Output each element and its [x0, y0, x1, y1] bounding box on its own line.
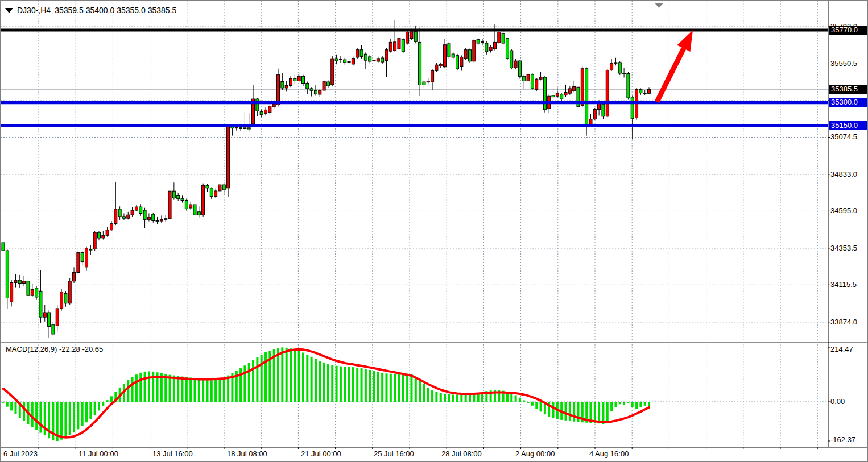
candle[interactable]	[281, 73, 284, 90]
candle[interactable]	[102, 231, 105, 239]
candle[interactable]	[56, 305, 59, 332]
candle[interactable]	[131, 207, 134, 217]
candle[interactable]	[356, 48, 359, 59]
candle[interactable]	[156, 217, 159, 224]
candle[interactable]	[14, 274, 17, 288]
candle[interactable]	[218, 183, 221, 193]
candle[interactable]	[360, 45, 363, 59]
candle[interactable]	[427, 78, 429, 84]
candle[interactable]	[493, 24, 496, 51]
candle[interactable]	[506, 38, 509, 60]
candle[interactable]	[243, 112, 246, 131]
candle[interactable]	[168, 189, 171, 220]
candle[interactable]	[114, 182, 117, 225]
candle[interactable]	[110, 221, 113, 231]
candle[interactable]	[560, 93, 563, 101]
candle[interactable]	[93, 231, 96, 251]
candle[interactable]	[6, 249, 9, 309]
candle[interactable]	[2, 241, 5, 252]
candle[interactable]	[152, 213, 155, 223]
candle[interactable]	[573, 81, 576, 93]
candle[interactable]	[172, 182, 175, 199]
candle[interactable]	[452, 52, 454, 59]
candle[interactable]	[68, 278, 71, 305]
candle[interactable]	[552, 79, 555, 116]
candle[interactable]	[222, 184, 225, 195]
candle[interactable]	[556, 87, 559, 98]
candle[interactable]	[135, 205, 138, 211]
candle[interactable]	[593, 108, 596, 120]
candle[interactable]	[331, 56, 334, 86]
candle[interactable]	[627, 72, 630, 99]
candle[interactable]	[268, 104, 271, 114]
candle[interactable]	[89, 245, 92, 255]
candle[interactable]	[602, 102, 605, 119]
candle[interactable]	[543, 76, 546, 113]
candle[interactable]	[414, 26, 417, 43]
candle[interactable]	[139, 204, 142, 216]
candle[interactable]	[502, 30, 505, 45]
candle[interactable]	[648, 87, 651, 94]
candle[interactable]	[469, 49, 472, 63]
candle[interactable]	[39, 270, 42, 323]
candle[interactable]	[193, 203, 196, 227]
candle[interactable]	[344, 58, 346, 65]
candle[interactable]	[118, 206, 121, 220]
candle[interactable]	[326, 80, 329, 88]
candle[interactable]	[31, 284, 34, 297]
candle[interactable]	[297, 73, 300, 82]
candle[interactable]	[197, 206, 200, 217]
candle[interactable]	[18, 275, 21, 288]
candle[interactable]	[385, 48, 388, 77]
candle[interactable]	[48, 310, 51, 338]
candle[interactable]	[77, 251, 80, 274]
candle[interactable]	[319, 89, 321, 97]
candle[interactable]	[614, 58, 617, 66]
candle[interactable]	[189, 202, 192, 210]
candle[interactable]	[247, 113, 250, 131]
candle[interactable]	[394, 20, 396, 52]
candle[interactable]	[439, 63, 442, 68]
candle[interactable]	[181, 195, 184, 202]
candle[interactable]	[398, 32, 400, 50]
candle[interactable]	[160, 215, 163, 223]
candle[interactable]	[531, 73, 534, 90]
candle[interactable]	[431, 69, 434, 90]
candle[interactable]	[206, 184, 209, 192]
candle[interactable]	[514, 59, 517, 69]
candle[interactable]	[185, 198, 188, 210]
candle[interactable]	[510, 49, 513, 69]
candle[interactable]	[606, 69, 609, 118]
candle[interactable]	[485, 41, 488, 55]
candle[interactable]	[498, 30, 501, 44]
trend-arrow[interactable]	[657, 30, 693, 102]
chart-shift-marker-icon[interactable]	[655, 3, 663, 8]
candle[interactable]	[122, 213, 125, 220]
candle[interactable]	[610, 59, 613, 71]
candle[interactable]	[52, 321, 55, 336]
candle[interactable]	[214, 189, 217, 198]
candle[interactable]	[402, 38, 404, 53]
candle[interactable]	[127, 212, 130, 220]
candle[interactable]	[252, 85, 255, 126]
candle[interactable]	[27, 278, 30, 298]
candle[interactable]	[23, 276, 26, 286]
candle[interactable]	[535, 78, 538, 91]
candle[interactable]	[568, 86, 571, 95]
candle[interactable]	[423, 80, 425, 88]
candle[interactable]	[381, 56, 384, 64]
candle[interactable]	[456, 54, 459, 70]
candle[interactable]	[339, 56, 342, 63]
candle[interactable]	[285, 81, 288, 91]
candle[interactable]	[369, 55, 371, 63]
candle[interactable]	[477, 38, 480, 45]
candle[interactable]	[43, 305, 46, 322]
candle[interactable]	[310, 87, 313, 96]
candle[interactable]	[85, 246, 88, 270]
candle[interactable]	[364, 52, 367, 69]
candle[interactable]	[373, 58, 375, 63]
candle[interactable]	[323, 80, 325, 91]
candle[interactable]	[260, 109, 263, 117]
candle[interactable]	[473, 39, 476, 63]
price-chart-canvas[interactable]	[1, 1, 868, 462]
